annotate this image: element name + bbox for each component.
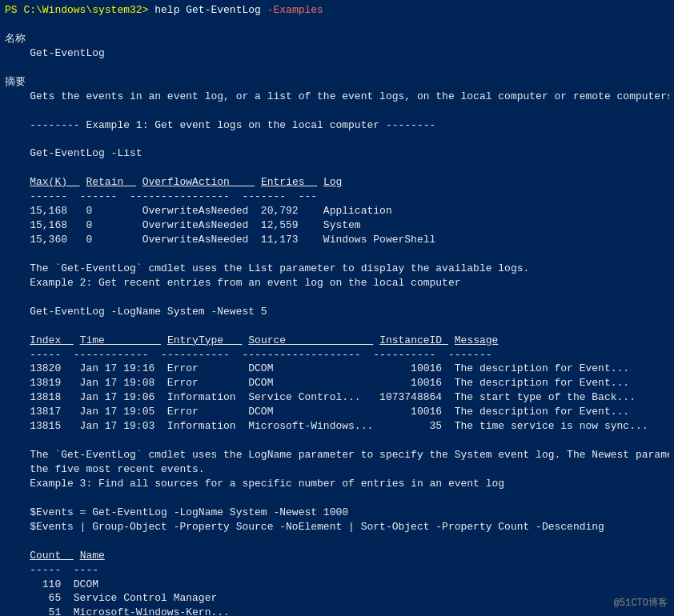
terminal-line: -------- Example 1: Get event logs on th… xyxy=(5,118,669,133)
table-row: 51 Microsoft-Windows-Kern... xyxy=(5,606,669,616)
table-row: 15,360 0 OverwriteAsNeeded 11,173 Window… xyxy=(5,233,669,247)
terminal-line: Get-EventLog -LogName System -Newest 5 xyxy=(5,305,669,319)
blank-line xyxy=(5,161,669,175)
blank-line xyxy=(5,247,669,262)
terminal-line: 名称 xyxy=(5,32,669,46)
table-row: 13820 Jan 17 19:16 Error DCOM 10016 The … xyxy=(5,362,669,376)
table-row: 15,168 0 OverwriteAsNeeded 20,792 Applic… xyxy=(5,204,669,218)
table-row: 65 Service Control Manager xyxy=(5,591,669,606)
terminal-line: Get-EventLog xyxy=(5,46,669,61)
table-header: Index Time EntryType Source InstanceID M… xyxy=(5,334,669,348)
table-header: Count Name xyxy=(5,549,669,563)
terminal-line: The `Get-EventLog` cmdlet uses the List … xyxy=(5,262,669,276)
blank-line xyxy=(5,18,669,32)
blank-line xyxy=(5,534,669,549)
blank-line xyxy=(5,132,669,146)
table-row: 13817 Jan 17 19:05 Error DCOM 10016 The … xyxy=(5,405,669,419)
blank-line xyxy=(5,290,669,305)
prompt-line: PS C:\Windows\system32> help Get-EventLo… xyxy=(5,3,669,18)
table-header: Max(K) Retain OverflowAction Entries Log xyxy=(5,175,669,190)
terminal-line: $Events = Get-EventLog -LogName System -… xyxy=(5,506,669,520)
terminal-line: Gets the events in an event log, or a li… xyxy=(5,90,669,104)
table-row: 15,168 0 OverwriteAsNeeded 12,559 System xyxy=(5,218,669,233)
blank-line xyxy=(5,61,669,75)
terminal-window: PS C:\Windows\system32> help Get-EventLo… xyxy=(5,3,669,616)
terminal-line: Example 2: Get recent entries from an ev… xyxy=(5,276,669,290)
table-separator: ----- ---- xyxy=(5,563,669,578)
blank-line xyxy=(5,434,669,448)
table-separator: ----- ------------ ----------- ---------… xyxy=(5,348,669,362)
table-row: 110 DCOM xyxy=(5,578,669,592)
blank-line xyxy=(5,491,669,506)
terminal-line: The `Get-EventLog` cmdlet uses the LogNa… xyxy=(5,448,669,462)
table-row: 13818 Jan 17 19:06 Information Service C… xyxy=(5,390,669,405)
terminal-line: the five most recent events. xyxy=(5,462,669,477)
blank-line xyxy=(5,104,669,118)
terminal-line: Get-EventLog -List xyxy=(5,146,669,161)
watermark: @51CTO博客 xyxy=(614,596,668,610)
terminal-line: 摘要 xyxy=(5,75,669,90)
blank-line xyxy=(5,319,669,334)
terminal-line: $Events | Group-Object -Property Source … xyxy=(5,520,669,534)
table-separator: ------ ------ ---------------- ------- -… xyxy=(5,190,669,204)
table-row: 13815 Jan 17 19:03 Information Microsoft… xyxy=(5,419,669,434)
table-row: 13819 Jan 17 19:08 Error DCOM 10016 The … xyxy=(5,376,669,390)
terminal-line: Example 3: Find all sources for a specif… xyxy=(5,477,669,491)
